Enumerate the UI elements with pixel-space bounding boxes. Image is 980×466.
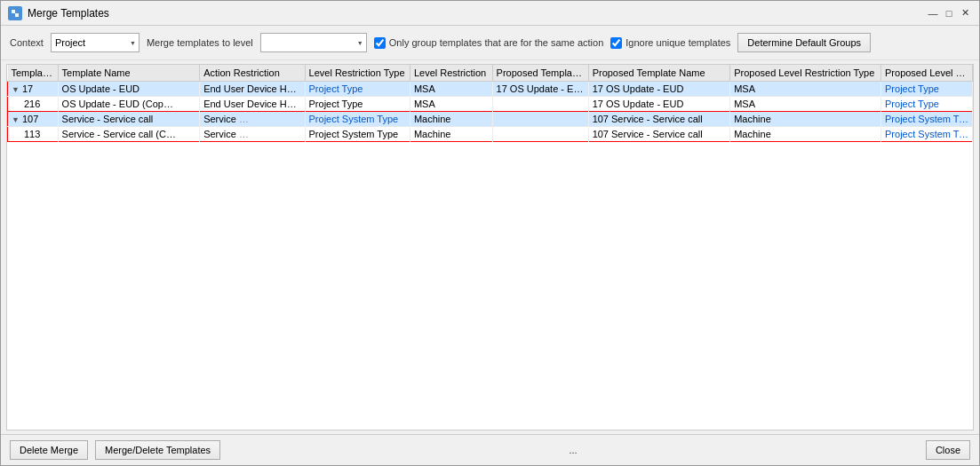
cell-proposed-level-type: MSA: [730, 82, 881, 97]
merge-level-dropdown[interactable]: [260, 33, 367, 52]
table-row[interactable]: ▼107Service - Service callService …Proje…: [8, 112, 973, 127]
cell-level-type: Project System Type: [305, 112, 410, 127]
ignore-unique-label: Ignore unique templates: [625, 37, 730, 48]
same-action-checkbox[interactable]: [374, 37, 386, 49]
cell-template-name: OS Update - EUD: [58, 82, 200, 97]
cell-template-name: OS Update - EUD (Cop…: [58, 97, 200, 112]
col-header-level-restrict[interactable]: Level Restriction: [410, 65, 492, 82]
col-header-level-type[interactable]: Level Restriction Type: [305, 65, 410, 82]
table-row[interactable]: ▼17OS Update - EUDEnd User Device HW …Pr…: [8, 82, 973, 97]
cell-proposed-level: Project System Type: [881, 127, 973, 142]
merge-level-label: Merge templates to level: [147, 37, 253, 48]
delete-merge-button[interactable]: Delete Merge: [10, 440, 88, 460]
minimize-button[interactable]: —: [926, 6, 940, 20]
col-header-proposed-name[interactable]: Proposed Template Name: [588, 65, 730, 82]
cell-level-restrict: Machine: [410, 127, 492, 142]
col-header-proposed-num[interactable]: Proposed Template #: [492, 65, 588, 82]
cell-action-restrict: Service …: [200, 112, 305, 127]
cell-proposed-name: 17 OS Update - EUD: [588, 97, 730, 112]
templates-table: Template # Template Name Action Restrict…: [7, 65, 973, 142]
titlebar-controls: — □ ✕: [926, 6, 972, 20]
cell-action-restrict: End User Device HW …: [200, 82, 305, 97]
col-header-template-num[interactable]: Template #: [8, 65, 59, 82]
cell-level-restrict: MSA: [410, 97, 492, 112]
determine-groups-button[interactable]: Determine Default Groups: [737, 33, 871, 52]
col-header-proposed-level-type[interactable]: Proposed Level Restriction Type: [730, 65, 881, 82]
cell-proposed-name: 107 Service - Service call: [588, 112, 730, 127]
cell-action-restrict: Service …: [200, 127, 305, 142]
footer-dots: ...: [220, 445, 926, 455]
titlebar: Merge Templates — □ ✕: [1, 1, 979, 26]
unique-templates-checkbox-group: Ignore unique templates: [610, 37, 730, 49]
cell-proposed-level: Project Type: [881, 97, 973, 112]
cell-level-restrict: Machine: [410, 112, 492, 127]
col-header-action-restrict[interactable]: Action Restriction: [200, 65, 305, 82]
cell-template-num: 216: [8, 97, 59, 112]
cell-template-num: ▼107: [8, 112, 59, 127]
cell-proposed-level: Project System Type: [881, 112, 973, 127]
footer-left-buttons: Delete Merge Merge/Delete Templates: [10, 440, 220, 460]
col-header-template-name[interactable]: Template Name: [58, 65, 200, 82]
cell-level-type: Project Type: [305, 97, 410, 112]
cell-proposed-level-type: MSA: [730, 97, 881, 112]
cell-proposed-num: [492, 112, 588, 127]
cell-proposed-num: 17 OS Update - EUD: [492, 82, 588, 97]
app-icon: [8, 6, 22, 20]
merge-level-dropdown-wrapper: [260, 33, 367, 52]
ignore-unique-checkbox[interactable]: [610, 37, 622, 49]
close-button[interactable]: ✕: [958, 6, 972, 20]
merge-templates-window: Merge Templates — □ ✕ Context Project Me…: [0, 0, 980, 466]
toolbar: Context Project Merge templates to level…: [1, 26, 979, 60]
table-row[interactable]: 113Service - Service call (C…Service …Pr…: [8, 127, 973, 142]
expand-arrow[interactable]: ▼: [12, 85, 20, 94]
table-container[interactable]: Template # Template Name Action Restrict…: [6, 64, 974, 430]
cell-level-type: Project Type: [305, 82, 410, 97]
col-header-proposed-level[interactable]: Proposed Level Restriction: [881, 65, 973, 82]
cell-action-restrict: End User Device HW …: [200, 97, 305, 112]
footer: Delete Merge Merge/Delete Templates ... …: [1, 434, 979, 465]
cell-proposed-num: [492, 127, 588, 142]
cell-proposed-level-type: Machine: [730, 112, 881, 127]
close-window-button[interactable]: Close: [926, 440, 970, 460]
cell-template-name: Service - Service call: [58, 112, 200, 127]
cell-template-num: ▼17: [8, 82, 59, 97]
same-action-label: Only group templates that are for the sa…: [389, 37, 604, 48]
main-content: Template # Template Name Action Restrict…: [1, 60, 979, 434]
table-row[interactable]: 216OS Update - EUD (Cop…End User Device …: [8, 97, 973, 112]
same-action-checkbox-group: Only group templates that are for the sa…: [374, 37, 604, 49]
table-body: ▼17OS Update - EUDEnd User Device HW …Pr…: [8, 82, 973, 142]
table-header-row: Template # Template Name Action Restrict…: [8, 65, 973, 82]
cell-proposed-name: 17 OS Update - EUD: [588, 82, 730, 97]
maximize-button[interactable]: □: [942, 6, 956, 20]
cell-proposed-level-type: Machine: [730, 127, 881, 142]
merge-delete-templates-button[interactable]: Merge/Delete Templates: [95, 440, 220, 460]
cell-proposed-name: 107 Service - Service call: [588, 127, 730, 142]
cell-proposed-num: [492, 97, 588, 112]
cell-proposed-level: Project Type: [881, 82, 973, 97]
expand-arrow[interactable]: ▼: [12, 115, 20, 124]
titlebar-left: Merge Templates: [8, 6, 109, 20]
context-label: Context: [10, 37, 44, 48]
context-dropdown[interactable]: Project: [51, 33, 139, 52]
context-dropdown-wrapper: Project: [51, 33, 139, 52]
window-title: Merge Templates: [28, 7, 109, 20]
cell-level-type: Project System Type: [305, 127, 410, 142]
cell-template-name: Service - Service call (C…: [58, 127, 200, 142]
cell-template-num: 113: [8, 127, 59, 142]
cell-level-restrict: MSA: [410, 82, 492, 97]
